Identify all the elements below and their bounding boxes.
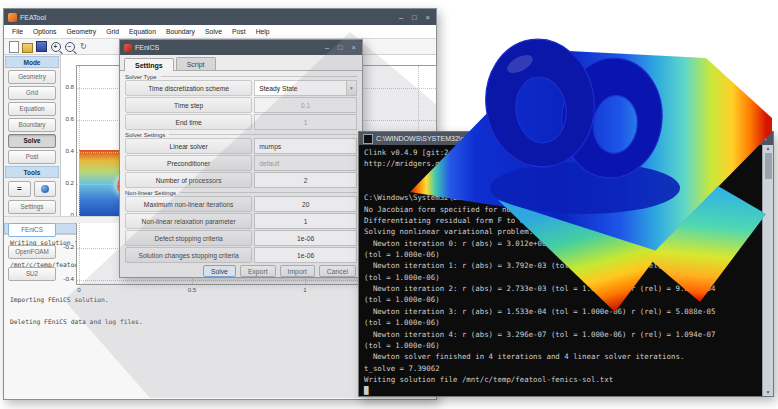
terminal-line: Clink v0.4.9 [git:2 (364, 147, 759, 158)
terminal-scrollbar[interactable]: ▲ ▼ (762, 145, 773, 396)
featool-app-icon (8, 13, 17, 22)
save-icon[interactable] (36, 41, 47, 52)
mode-header: Mode (5, 56, 59, 68)
settings-row: Preconditionerdefault (125, 155, 357, 171)
sidebar-item-grid[interactable]: Grid (8, 86, 56, 100)
sidebar-item-openfoam[interactable]: OpenFOAM (8, 245, 56, 259)
fenics-dialog-icon (124, 44, 132, 52)
sidebar-item-solve[interactable]: Solve (8, 134, 56, 148)
value-field[interactable]: 20 (254, 196, 357, 212)
tab-script[interactable]: Script (176, 57, 216, 70)
dropdown-0-0[interactable]: Steady State▾ (254, 80, 357, 96)
sidebar-item-boundary[interactable]: Boundary (8, 118, 56, 132)
import-button[interactable]: Import (280, 265, 315, 277)
cancel-button[interactable]: Cancel (319, 265, 356, 277)
sidebar-item-su2[interactable]: SU2 (8, 267, 56, 281)
terminal-title: C:\WINDOWS\SYSTEM32\cmd.exe - C:/ (376, 135, 736, 142)
row-label: Time step (125, 97, 252, 113)
menu-file[interactable]: File (7, 25, 28, 38)
scrollbar-thumb[interactable] (765, 153, 772, 179)
terminal-line: █ (364, 385, 759, 396)
settings-row: Linear solvermumps (125, 138, 357, 154)
value-field: 0.1 (254, 97, 357, 113)
y-tick-label: 0.2 (61, 179, 74, 186)
row-label: Time discretization scheme (125, 80, 252, 96)
solve-button[interactable]: Solve (203, 265, 236, 277)
terminal-output[interactable]: ▲ ▼ Clink v0.4.9 [git:2http://mridgers.g… (359, 145, 773, 396)
maximize-icon[interactable]: □ (412, 10, 417, 25)
terminal-line (364, 181, 759, 192)
row-label: Solution changes stopping criteria (125, 247, 252, 263)
settings-row: Time step0.1 (125, 97, 357, 113)
row-label: End time (125, 114, 252, 130)
tab-settings[interactable]: Settings (124, 58, 174, 71)
sidebar-item-post[interactable]: Post (8, 150, 56, 164)
menu-grid[interactable]: Grid (101, 25, 124, 38)
scroll-up-icon[interactable]: ▲ (766, 145, 771, 152)
settings-row: Defect stopping criteria1e-06 (125, 230, 357, 246)
group-label: Solver Settings (125, 131, 357, 138)
value-field[interactable]: 2 (254, 172, 357, 188)
x-gridline (79, 66, 80, 284)
maximize-icon[interactable]: □ (338, 40, 343, 55)
value-field[interactable]: 1e-06 (254, 230, 357, 246)
close-icon[interactable]: × (352, 40, 356, 55)
zoom-in-icon[interactable]: + (50, 41, 61, 52)
zoom-out-icon[interactable]: − (64, 41, 75, 52)
close-icon[interactable]: × (426, 10, 430, 25)
minimize-icon[interactable]: – (325, 40, 329, 55)
settings-row: End time1 (125, 114, 357, 130)
zoom-out-icon: − (65, 42, 75, 52)
menu-equation[interactable]: Equation (124, 25, 161, 38)
open-icon[interactable] (22, 41, 33, 52)
value-field: 1 (254, 114, 357, 130)
value-field[interactable]: mumps (254, 138, 357, 154)
terminal-line: (tol = 1.000e-06) (364, 340, 759, 351)
settings-row: Time discretization schemeSteady State▾ (125, 80, 357, 96)
terminal-line: No Jacobian form specified for non (364, 204, 759, 215)
rotate-icon[interactable]: ↻ (78, 41, 89, 52)
sidebar-item-fenics[interactable]: FEniCS (8, 223, 56, 237)
row-label: Defect stopping criteria (125, 230, 252, 246)
minimize-icon[interactable]: – (736, 131, 740, 146)
menu-geometry[interactable]: Geometry (61, 25, 101, 38)
fenics-dialog: FEniCS – □ × SettingsScript Solver TypeT… (119, 39, 363, 278)
maximize-icon[interactable]: □ (749, 131, 754, 146)
export-button[interactable]: Export (240, 265, 276, 277)
value-field[interactable]: 1e-06 (254, 247, 357, 263)
featool-titlebar[interactable]: FEATool – □ × (4, 9, 436, 25)
group-label: Non-linear Settings (125, 189, 357, 196)
solve-tool-icon (41, 185, 49, 193)
chevron-down-icon[interactable]: ▾ (346, 81, 356, 95)
menu-help[interactable]: Help (251, 25, 275, 38)
solve-tool-button[interactable] (34, 181, 57, 197)
tool-icon-row: = (8, 181, 56, 197)
scroll-down-icon[interactable]: ▼ (766, 389, 771, 396)
menu-options[interactable]: Options (28, 25, 61, 38)
settings-row: Solution changes stopping criteria1e-06 (125, 247, 357, 263)
sidebar-item-equation[interactable]: Equation (8, 102, 56, 116)
terminal-titlebar[interactable]: C:\WINDOWS\SYSTEM32\cmd.exe - C:/ – □ × (359, 132, 773, 145)
menu-boundary[interactable]: Boundary (161, 25, 200, 38)
settings-row: Non-linear relaxation parameter1 (125, 213, 357, 229)
new-icon[interactable] (8, 41, 19, 52)
terminal-line: (tol = 1.000e-06) (364, 317, 759, 328)
close-icon[interactable]: × (763, 131, 767, 146)
sidebar: ModeGeometryGridEquationBoundarySolvePos… (4, 55, 61, 216)
terminal-line: Newton solver finished in 4 iterations a… (364, 351, 759, 362)
menu-solve[interactable]: Solve (200, 25, 227, 38)
row-label: Linear solver (125, 138, 252, 154)
row-label: Non-linear relaxation parameter (125, 213, 252, 229)
dialog-titlebar[interactable]: FEniCS – □ × (120, 40, 362, 55)
cmd-icon (363, 134, 373, 144)
dialog-content: Solver TypeTime discretization schemeSte… (120, 71, 362, 265)
menu-post[interactable]: Post (227, 25, 251, 38)
terminal-line: (tol = 1.000e-06) (364, 272, 759, 283)
sidebar-item-geometry[interactable]: Geometry (8, 70, 56, 84)
sidebar-item-settings[interactable]: Settings (8, 200, 56, 214)
featool-window-title: FEATool (20, 14, 399, 21)
minimize-icon[interactable]: – (399, 10, 403, 25)
terminal-line: (tol = 1.000e-06) (364, 249, 759, 260)
value-field[interactable]: 1 (254, 213, 357, 229)
equation-tool-button[interactable]: = (8, 181, 31, 197)
